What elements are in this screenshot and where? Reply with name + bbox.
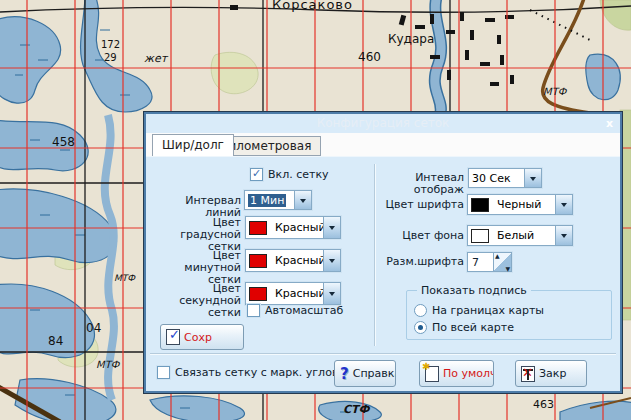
- font-color-combobox[interactable]: Черный: [467, 194, 573, 215]
- tab-latlon[interactable]: Шир/долг: [152, 134, 234, 156]
- default-button-label: По умолч: [443, 367, 494, 380]
- radio-whole-map-label: По всей карте: [432, 322, 514, 334]
- interval-value: 1 Мин: [248, 194, 286, 207]
- map-label: МТФ: [96, 359, 121, 370]
- link-grid-label: Связать сетку с марк. углов: [175, 367, 338, 379]
- map-label: 458: [52, 135, 75, 149]
- enable-grid-checkbox[interactable]: [250, 168, 263, 181]
- map-label: МТФ: [114, 273, 136, 283]
- map-label: СТФ: [343, 403, 371, 416]
- map-label: 84: [48, 334, 63, 348]
- help-button-label: Справка: [353, 367, 396, 380]
- map-label: МТФ: [543, 86, 568, 97]
- default-button[interactable]: ✱ По умолч: [419, 360, 494, 387]
- autoscale-checkbox[interactable]: [247, 304, 260, 317]
- chevron-down-icon[interactable]: [323, 250, 340, 271]
- map-label: 172: [101, 39, 120, 50]
- degree-color-label-line1: Цвет градусной: [154, 217, 241, 241]
- chevron-down-icon[interactable]: [323, 217, 340, 238]
- chevron-down-icon[interactable]: [294, 191, 311, 209]
- font-size-stepper[interactable]: 7: [467, 252, 512, 272]
- white-color-swatch: [471, 229, 489, 243]
- display-interval-combobox[interactable]: 30 Сек: [468, 168, 542, 188]
- chevron-down-icon[interactable]: [524, 169, 541, 187]
- display-interval-value: 30 Сек: [469, 172, 524, 185]
- save-icon: ✓: [166, 329, 180, 345]
- close-button-label: Закр: [539, 367, 566, 380]
- font-color-value: Черный: [494, 198, 555, 211]
- second-color-value: Красный: [272, 287, 323, 300]
- dialog-titlebar[interactable]: Конфигурация сеток x: [146, 114, 620, 133]
- minute-color-combobox[interactable]: Красный: [245, 249, 341, 272]
- close-button[interactable]: ✕ Закр: [515, 360, 587, 387]
- save-button[interactable]: ✓ Сохр: [160, 324, 244, 350]
- degree-color-combobox[interactable]: Красный: [245, 216, 341, 239]
- second-color-label: Цвет секундной сетки: [154, 283, 241, 319]
- grid-configuration-dialog: Конфигурация сеток x Шир/долг Километров…: [144, 112, 622, 393]
- help-icon: ?: [340, 367, 349, 381]
- second-color-label-line1: Цвет секундной: [154, 283, 241, 307]
- radio-map-borders-label: На границах карты: [432, 305, 544, 317]
- map-label: жет: [144, 52, 169, 65]
- map-label: 29: [104, 52, 117, 63]
- dialog-title: Конфигурация сеток: [317, 116, 450, 130]
- close-window-icon: ✕: [521, 366, 535, 382]
- chevron-down-icon[interactable]: [555, 195, 572, 214]
- chevron-down-icon[interactable]: [555, 226, 572, 245]
- map-label: 04: [86, 321, 101, 335]
- close-icon[interactable]: x: [606, 114, 613, 133]
- map-label: Корсаково: [272, 0, 353, 12]
- bottom-divider: [150, 353, 616, 355]
- caption-group-label: Показать подпись: [417, 284, 531, 297]
- red-color-swatch: [249, 254, 267, 268]
- font-color-label: Цвет шрифта: [366, 199, 464, 211]
- red-color-swatch: [249, 221, 267, 235]
- bg-color-label: Цвет фона: [366, 230, 464, 242]
- chevron-down-icon[interactable]: [323, 283, 340, 304]
- map-label: 460: [358, 50, 381, 64]
- app-screen: Корсаково Кудара 460 458 172 29 жет МТФ …: [0, 0, 631, 420]
- display-interval-label: Интевал отображ: [366, 172, 464, 196]
- degree-color-label: Цвет градусной сетки: [154, 217, 241, 253]
- map-label: 463: [533, 398, 554, 411]
- save-button-label: Сохр: [184, 331, 212, 344]
- font-size-label: Разм.шрифта: [366, 256, 464, 268]
- bg-color-value: Белый: [494, 229, 555, 242]
- default-icon: ✱: [425, 366, 439, 382]
- spinner-arrows-icon[interactable]: [493, 253, 511, 271]
- interval-combobox[interactable]: 1 Мин: [244, 190, 312, 210]
- minute-color-value: Красный: [272, 254, 323, 267]
- bg-color-combobox[interactable]: Белый: [467, 225, 573, 246]
- link-grid-checkbox[interactable]: [157, 366, 170, 379]
- autoscale-label: Автомасштаб: [265, 305, 343, 317]
- font-size-value: 7: [468, 256, 493, 269]
- second-color-combobox[interactable]: Красный: [245, 282, 341, 305]
- degree-color-value: Красный: [272, 221, 323, 234]
- minute-color-label: Цвет минутной сетки: [154, 250, 241, 286]
- enable-grid-label: Вкл. сетку: [268, 169, 329, 181]
- radio-whole-map[interactable]: [414, 321, 427, 334]
- second-color-label-line2: сетки: [154, 307, 241, 319]
- map-label: Кудара: [388, 32, 434, 46]
- help-button[interactable]: ? Справка: [334, 360, 396, 387]
- red-color-swatch: [249, 287, 267, 301]
- black-color-swatch: [471, 198, 489, 212]
- tabstrip: Шир/долг Километровая: [146, 133, 620, 156]
- minute-color-label-line1: Цвет минутной: [154, 250, 241, 274]
- radio-map-borders[interactable]: [414, 304, 427, 317]
